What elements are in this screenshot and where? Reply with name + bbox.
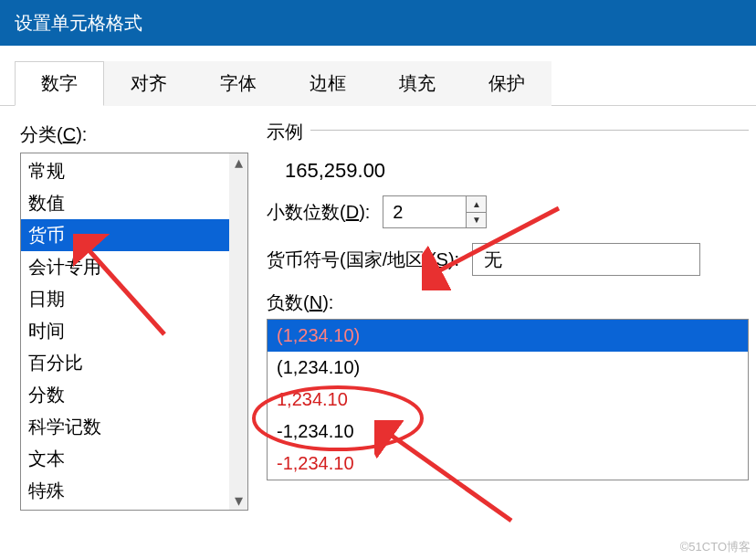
list-item[interactable]: 文本 xyxy=(21,443,247,475)
list-item[interactable]: 日期 xyxy=(21,283,247,315)
tab-border[interactable]: 边框 xyxy=(283,61,373,106)
list-item[interactable]: 分数 xyxy=(21,379,247,411)
category-label: 分类(C): xyxy=(20,122,248,147)
decimal-places-stepper[interactable]: ▲ ▼ xyxy=(383,195,487,228)
negative-numbers-label: 负数(N): xyxy=(267,290,749,315)
list-item[interactable]: 数值 xyxy=(21,187,247,219)
list-item[interactable]: (1,234.10) xyxy=(268,320,748,352)
list-item[interactable]: 货币 xyxy=(21,219,247,251)
decimal-places-input[interactable] xyxy=(383,196,466,227)
window-title: 设置单元格格式 xyxy=(15,11,142,36)
currency-symbol-select[interactable]: 无 xyxy=(472,243,700,276)
currency-symbol-value: 无 xyxy=(484,248,502,272)
list-item[interactable]: 自定义 xyxy=(21,507,247,511)
tab-font[interactable]: 字体 xyxy=(194,61,283,106)
list-item[interactable]: (1,234.10) xyxy=(268,352,748,384)
example-group: 示例 165,259.00 xyxy=(267,130,749,195)
example-label: 示例 xyxy=(267,120,310,144)
tab-protection[interactable]: 保护 xyxy=(462,61,551,106)
category-listbox[interactable]: 常规 数值 货币 会计专用 日期 时间 百分比 分数 科学记数 文本 特殊 自定… xyxy=(20,153,248,511)
tab-fill[interactable]: 填充 xyxy=(373,61,462,106)
tab-strip: 数字 对齐 字体 边框 填充 保护 xyxy=(0,46,756,106)
list-item[interactable]: 百分比 xyxy=(21,347,247,379)
currency-symbol-label: 货币符号(国家/地区)(S): xyxy=(267,248,459,272)
list-item[interactable]: 1,234.10 xyxy=(268,384,748,416)
window-titlebar: 设置单元格格式 xyxy=(0,0,756,46)
list-item[interactable]: 科学记数 xyxy=(21,411,247,443)
list-item[interactable]: 时间 xyxy=(21,315,247,347)
example-value: 165,259.00 xyxy=(267,159,749,195)
list-item[interactable]: 会计专用 xyxy=(21,251,247,283)
list-item[interactable]: 特殊 xyxy=(21,475,247,507)
left-column: 分类(C): 常规 数值 货币 会计专用 日期 时间 百分比 分数 科学记数 文… xyxy=(20,122,248,511)
spinner-up-icon[interactable]: ▲ xyxy=(467,196,486,213)
list-item[interactable]: -1,234.10 xyxy=(268,448,748,480)
right-column: 示例 165,259.00 小数位数(D): ▲ ▼ 货币符号(国家/地区)(S… xyxy=(267,122,756,511)
list-item[interactable]: 常规 xyxy=(21,155,247,187)
decimal-places-label: 小数位数(D): xyxy=(267,200,370,225)
negative-numbers-listbox[interactable]: (1,234.10) (1,234.10) 1,234.10 -1,234.10… xyxy=(267,319,749,480)
content-area: 分类(C): 常规 数值 货币 会计专用 日期 时间 百分比 分数 科学记数 文… xyxy=(0,106,756,511)
spinner-down-icon[interactable]: ▼ xyxy=(467,213,486,228)
decimal-places-row: 小数位数(D): ▲ ▼ xyxy=(267,195,749,228)
chevron-down-icon[interactable]: ▾ xyxy=(229,491,247,510)
list-item[interactable]: -1,234.10 xyxy=(268,416,748,448)
watermark: ©51CTO博客 xyxy=(680,539,751,555)
chevron-up-icon[interactable]: ▴ xyxy=(229,153,247,172)
scrollbar[interactable]: ▴ ▾ xyxy=(229,153,247,510)
currency-symbol-row: 货币符号(国家/地区)(S): 无 xyxy=(267,243,749,276)
spinner: ▲ ▼ xyxy=(466,196,486,227)
tab-alignment[interactable]: 对齐 xyxy=(104,61,194,106)
tab-number[interactable]: 数字 xyxy=(15,61,104,106)
